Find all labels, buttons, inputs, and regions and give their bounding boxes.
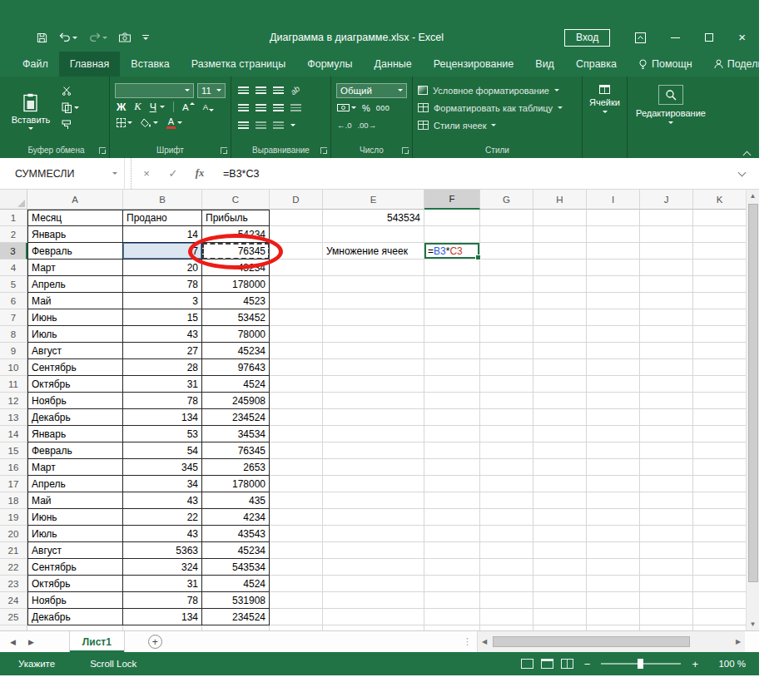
- cell-I21[interactable]: [587, 542, 640, 559]
- cell-D22[interactable]: [270, 559, 323, 576]
- formula-input[interactable]: =B3*C3: [213, 158, 724, 189]
- cut-button[interactable]: [62, 86, 79, 96]
- cell-D20[interactable]: [270, 526, 323, 542]
- cell-F21[interactable]: [424, 542, 480, 559]
- font-color-button[interactable]: А: [166, 117, 182, 129]
- cell-E6[interactable]: [323, 293, 424, 309]
- cell-E21[interactable]: [323, 542, 424, 559]
- scroll-right-arrow[interactable]: ▶: [732, 638, 745, 645]
- alignment-dialog-launcher[interactable]: [320, 147, 327, 154]
- cell-B22[interactable]: 324: [123, 559, 202, 576]
- cell-B24[interactable]: 78: [123, 592, 202, 609]
- cell-J2[interactable]: [640, 226, 693, 243]
- cell-I13[interactable]: [587, 409, 640, 426]
- cell-J3[interactable]: [640, 243, 693, 260]
- cell-E14[interactable]: [323, 426, 424, 442]
- italic-button[interactable]: К: [134, 101, 141, 113]
- cell-C17[interactable]: 178000: [202, 476, 270, 492]
- number-format-combo[interactable]: Общий: [336, 83, 407, 98]
- cell-H18[interactable]: [533, 492, 587, 509]
- row-header-17[interactable]: 17: [0, 476, 27, 492]
- row-header-13[interactable]: 13: [0, 409, 27, 426]
- cell-D1[interactable]: [270, 210, 323, 226]
- cell-I11[interactable]: [587, 376, 640, 393]
- cell-H2[interactable]: [533, 226, 587, 243]
- align-center-icon[interactable]: [256, 104, 266, 111]
- cell-B18[interactable]: 43: [123, 492, 202, 509]
- cell-J19[interactable]: [640, 509, 693, 526]
- vertical-scroll-thumb[interactable]: [748, 204, 758, 582]
- cell-E15[interactable]: [323, 442, 424, 459]
- cell-I16[interactable]: [587, 459, 640, 476]
- cell-H7[interactable]: [533, 309, 587, 326]
- cell-J21[interactable]: [640, 542, 693, 559]
- cell-G15[interactable]: [480, 442, 533, 459]
- cell-K17[interactable]: [693, 476, 747, 492]
- maximize-button[interactable]: [705, 33, 713, 42]
- cell-H4[interactable]: [533, 260, 587, 276]
- cell-G2[interactable]: [480, 226, 533, 243]
- zoom-level[interactable]: 100 %: [709, 659, 746, 669]
- cell-F18[interactable]: [424, 492, 480, 509]
- cell-I4[interactable]: [587, 260, 640, 276]
- cell-E20[interactable]: [323, 526, 424, 542]
- cell-C19[interactable]: 4234: [202, 509, 270, 526]
- cell-E1[interactable]: 543534: [323, 210, 424, 226]
- cell-G13[interactable]: [480, 409, 533, 426]
- cell-G20[interactable]: [480, 526, 533, 542]
- cell-J22[interactable]: [640, 559, 693, 576]
- cell-G17[interactable]: [480, 476, 533, 492]
- row-header-15[interactable]: 15: [0, 442, 27, 459]
- customize-qat-button[interactable]: [142, 35, 149, 40]
- cell-D17[interactable]: [270, 476, 323, 492]
- cell-D3[interactable]: [270, 243, 323, 260]
- column-header-C[interactable]: C: [202, 190, 270, 210]
- cell-I6[interactable]: [587, 293, 640, 309]
- cell-C4[interactable]: 43234: [202, 260, 270, 276]
- row-header-11[interactable]: 11: [0, 376, 27, 393]
- cell-B12[interactable]: 78: [123, 393, 202, 409]
- cell-B11[interactable]: 31: [123, 376, 202, 393]
- cell-D2[interactable]: [270, 226, 323, 243]
- format-as-table-button[interactable]: Форматировать как таблицу: [418, 99, 577, 116]
- cell-B9[interactable]: 27: [123, 343, 202, 359]
- cell-J12[interactable]: [640, 393, 693, 409]
- cell-K23[interactable]: [693, 576, 747, 592]
- cell-C8[interactable]: 78000: [202, 326, 270, 343]
- cell-G23[interactable]: [480, 576, 533, 592]
- cell-K20[interactable]: [693, 526, 747, 542]
- cancel-entry-button[interactable]: ×: [133, 158, 160, 189]
- vertical-scrollbar[interactable]: ▲ ▼: [746, 190, 759, 630]
- shrink-font-button[interactable]: А: [203, 102, 214, 111]
- percent-style-button[interactable]: %: [362, 103, 370, 113]
- cell-H19[interactable]: [533, 509, 587, 526]
- cell-G22[interactable]: [480, 559, 533, 576]
- cell-G9[interactable]: [480, 343, 533, 359]
- cell-J23[interactable]: [640, 576, 693, 592]
- cell-K21[interactable]: [693, 542, 747, 559]
- copy-button[interactable]: [62, 102, 79, 113]
- cell-E13[interactable]: [323, 409, 424, 426]
- cell-G3[interactable]: [480, 243, 533, 260]
- cell-K15[interactable]: [693, 442, 747, 459]
- cell-F6[interactable]: [424, 293, 480, 309]
- row-header-25[interactable]: 25: [0, 609, 27, 625]
- cell-F9[interactable]: [424, 343, 480, 359]
- cell-D7[interactable]: [270, 309, 323, 326]
- tab-home[interactable]: Главная: [59, 52, 121, 77]
- close-button[interactable]: ×: [738, 33, 746, 42]
- cell-D18[interactable]: [270, 492, 323, 509]
- cell-C6[interactable]: 4523: [202, 293, 270, 309]
- row-header-19[interactable]: 19: [0, 509, 27, 526]
- cell-A3[interactable]: Февраль: [27, 243, 123, 260]
- column-header-A[interactable]: A: [27, 190, 123, 210]
- row-header-2[interactable]: 2: [0, 226, 27, 243]
- cell-B4[interactable]: 20: [123, 260, 202, 276]
- cell-G12[interactable]: [480, 393, 533, 409]
- row-header-8[interactable]: 8: [0, 326, 27, 343]
- cell-C22[interactable]: 543534: [202, 559, 270, 576]
- align-right-icon[interactable]: [273, 104, 284, 111]
- cell-E16[interactable]: [323, 459, 424, 476]
- confirm-entry-button[interactable]: ✓: [160, 158, 186, 189]
- font-name-combo[interactable]: [115, 83, 194, 98]
